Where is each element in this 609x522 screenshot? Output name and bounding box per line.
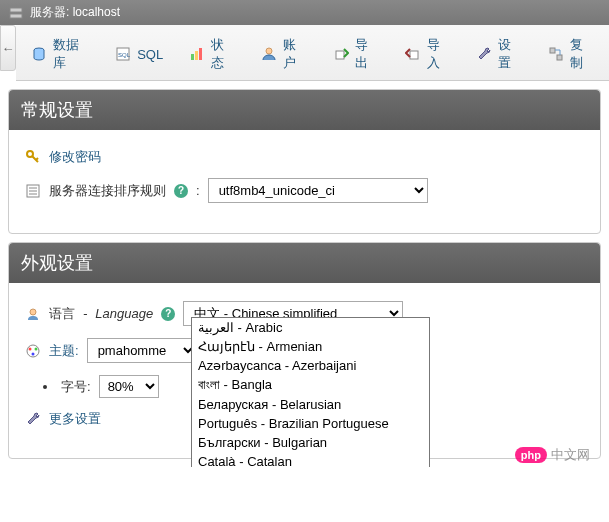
svg-rect-10 — [410, 51, 418, 59]
watermark-badge: php — [515, 447, 547, 463]
language-option[interactable]: Беларуская - Belarusian — [192, 395, 429, 414]
svg-rect-5 — [191, 54, 194, 60]
general-settings-panel: 常规设置 修改密码 服务器连接排序规则 ? : utf8mb4_unicode_… — [8, 89, 601, 234]
svg-rect-7 — [199, 48, 202, 60]
tab-replication[interactable]: 复制 — [535, 27, 607, 80]
more-settings-link[interactable]: 更多设置 — [49, 410, 101, 428]
main-tabs: 数据库 SQL SQL 状态 账户 导出 导入 设置 复制 — [16, 25, 609, 81]
svg-text:SQL: SQL — [118, 52, 131, 58]
fontsize-select[interactable]: 80% — [99, 375, 159, 398]
tab-accounts[interactable]: 账户 — [248, 27, 320, 80]
help-icon[interactable]: ? — [161, 307, 175, 321]
language-option[interactable]: বাংলা - Bangla — [192, 375, 429, 395]
tab-settings[interactable]: 设置 — [463, 27, 535, 80]
titlebar: 服务器: localhost — [0, 0, 609, 25]
svg-point-20 — [29, 347, 32, 350]
appearance-settings-panel: 外观设置 语言 - Language ? 中文 - Chinese simpli… — [8, 242, 601, 459]
svg-rect-9 — [336, 51, 344, 59]
titlebar-label: 服务器: localhost — [30, 4, 120, 21]
fontsize-label: 字号: — [61, 378, 91, 396]
database-icon — [31, 46, 47, 62]
language-option[interactable]: Български - Bulgarian — [192, 433, 429, 452]
theme-icon — [25, 343, 41, 359]
theme-select[interactable]: pmahomme — [87, 338, 197, 363]
language-option[interactable]: Azərbaycanca - Azerbaijani — [192, 356, 429, 375]
language-option[interactable]: Հայերէն - Armenian — [192, 337, 429, 356]
accounts-icon — [261, 46, 277, 62]
svg-rect-6 — [195, 51, 198, 60]
language-label-zh: 语言 — [49, 305, 75, 323]
help-icon[interactable]: ? — [174, 184, 188, 198]
collation-icon — [25, 183, 41, 199]
collation-row: 服务器连接排序规则 ? : utf8mb4_unicode_ci — [25, 172, 584, 209]
watermark-text: 中文网 — [551, 446, 590, 464]
tab-database[interactable]: 数据库 — [18, 27, 102, 80]
tab-import[interactable]: 导入 — [392, 27, 464, 80]
svg-rect-11 — [550, 48, 555, 53]
wrench-icon — [25, 411, 41, 427]
change-password-row: 修改密码 — [25, 142, 584, 172]
language-option[interactable]: Català - Catalan — [192, 452, 429, 467]
svg-rect-0 — [10, 8, 22, 12]
language-dropdown-list[interactable]: العربية - ArabicՀայերէն - ArmenianAzərba… — [191, 317, 430, 467]
collation-label: 服务器连接排序规则 — [49, 182, 166, 200]
change-password-link[interactable]: 修改密码 — [49, 148, 101, 166]
svg-point-21 — [35, 347, 38, 350]
key-icon — [25, 149, 41, 165]
replication-icon — [548, 46, 564, 62]
watermark: php 中文网 — [515, 446, 590, 464]
status-icon — [189, 46, 205, 62]
collation-select[interactable]: utf8mb4_unicode_ci — [208, 178, 428, 203]
svg-point-22 — [32, 352, 35, 355]
wrench-icon — [476, 46, 492, 62]
theme-label[interactable]: 主题: — [49, 342, 79, 360]
tab-export[interactable]: 导出 — [320, 27, 392, 80]
tab-sql[interactable]: SQL SQL — [102, 27, 176, 80]
svg-rect-12 — [557, 55, 562, 60]
bullet-icon — [43, 385, 47, 389]
server-icon — [8, 5, 24, 21]
panel-title-appearance: 外观设置 — [9, 243, 600, 283]
tab-status[interactable]: 状态 — [176, 27, 248, 80]
language-option[interactable]: العربية - Arabic — [192, 318, 429, 337]
export-icon — [333, 46, 349, 62]
svg-point-8 — [266, 48, 272, 54]
language-option[interactable]: Português - Brazilian Portuguese — [192, 414, 429, 433]
language-label-en: Language — [95, 306, 153, 321]
language-icon — [25, 306, 41, 322]
panel-title-general: 常规设置 — [9, 90, 600, 130]
collapse-sidebar-button[interactable]: ← — [0, 25, 16, 71]
svg-rect-1 — [10, 14, 22, 18]
import-icon — [405, 46, 421, 62]
svg-point-18 — [30, 309, 36, 315]
sql-icon: SQL — [115, 46, 131, 62]
